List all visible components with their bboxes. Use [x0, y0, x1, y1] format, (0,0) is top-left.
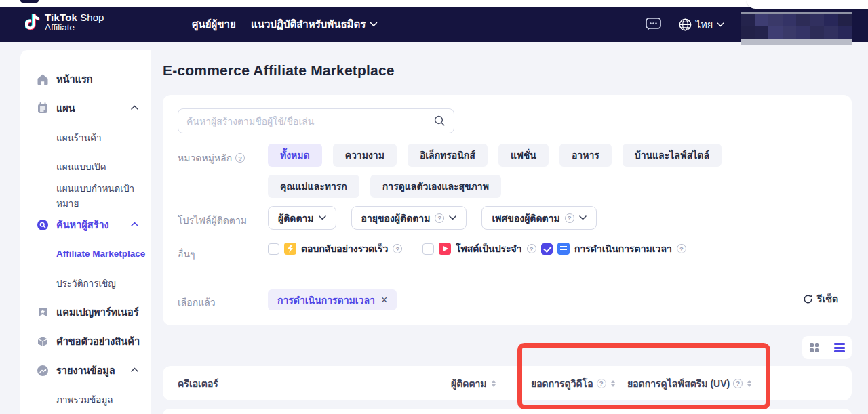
close-icon[interactable]: × [381, 295, 387, 306]
reset-icon [803, 294, 813, 304]
filter-quick-reply[interactable]: ตอบกลับอย่างรวดเร็ว ? [268, 241, 402, 256]
category-chip-all[interactable]: ทั้งหมด [268, 144, 322, 167]
list-view-button[interactable] [827, 336, 852, 359]
redacted-user-info-bar [741, 39, 852, 45]
category-chip-mom-baby[interactable]: คุณแม่และทารก [268, 175, 359, 198]
chevron-up-icon [131, 222, 138, 226]
column-creator: ครีเอเตอร์ [178, 366, 218, 400]
follower-profile-label: โปรไฟล์ผู้ติดตาม [178, 213, 247, 228]
chevron-down-icon [579, 215, 587, 220]
language-label: ไทย [696, 17, 713, 33]
top-notch-fragment [20, 0, 39, 3]
tiktok-shop-affiliate-logo[interactable]: TikTok Shop Affiliate [25, 12, 104, 33]
sort-icon[interactable] [611, 380, 615, 387]
home-icon [37, 73, 49, 85]
filter-regular-posts[interactable]: โพสต์เป็นประจำ ? [422, 241, 536, 256]
sidebar-item-home[interactable]: หน้าแรก [20, 64, 151, 94]
box-icon [37, 335, 49, 348]
category-chip-beauty[interactable]: ความงาม [333, 144, 397, 167]
creator-search-box[interactable] [178, 108, 454, 133]
browser-top-strip [0, 0, 868, 7]
help-icon[interactable]: ? [235, 153, 245, 163]
selected-filter-tag: การดำเนินการตามเวลา × [268, 289, 397, 310]
sidebar-item-data-overview[interactable]: ภาพรวมข้อมูล [20, 385, 151, 414]
creator-list-card-top [163, 409, 852, 414]
help-icon[interactable]: ? [597, 379, 606, 388]
category-chip-electronics[interactable]: อิเล็กทรอนิกส์ [408, 144, 488, 167]
sidebar-item-sample-request[interactable]: คำขอตัวอย่างสินค้า [20, 327, 151, 356]
filter-timely-action[interactable]: การดำเนินการตามเวลา ? [541, 241, 686, 256]
sidebar-item-data-report[interactable]: รายงานข้อมูล [20, 356, 151, 385]
creator-search-input[interactable] [186, 116, 420, 127]
search-icon[interactable] [434, 115, 446, 127]
overlay-tab [747, 0, 868, 9]
followers-dropdown[interactable]: ผู้ติดตาม [268, 206, 336, 230]
messages-icon[interactable] [646, 18, 661, 31]
sidebar-item-invitation-history[interactable]: ประวัติการเชิญ [20, 268, 151, 297]
badge-icon [37, 306, 49, 318]
follower-gender-dropdown[interactable]: เพศของผู้ติดตาม ? [481, 206, 596, 230]
category-chip-food[interactable]: อาหาร [559, 144, 612, 167]
sidebar-item-affiliate-marketplace[interactable]: Affiliate Marketplace [20, 239, 151, 268]
page-title: E-commerce Affiliate Marketplace [163, 62, 395, 79]
quick-reply-checkbox[interactable] [268, 243, 279, 255]
category-chip-list: ทั้งหมด ความงาม อิเล็กทรอนิกส์ แฟชั่น อา… [268, 144, 760, 198]
view-toggle [802, 336, 852, 359]
sidebar-item-find-creators[interactable]: ค้นหาผู้สร้าง [20, 210, 151, 239]
sidebar-item-open-plan[interactable]: แผนแบบเปิด [20, 152, 151, 181]
grid-view-button[interactable] [802, 336, 827, 359]
tiktok-note-icon [25, 12, 40, 33]
column-livestream-views[interactable]: ยอดการดูไลฟ์สตรีม (UV) ? [627, 366, 751, 400]
help-icon[interactable]: ? [393, 244, 402, 253]
help-icon[interactable]: ? [565, 213, 574, 223]
column-video-views[interactable]: ยอดการดูวิดีโอ ? [531, 366, 615, 400]
language-selector[interactable]: ไทย [679, 17, 724, 33]
filter-divider [178, 276, 837, 276]
follower-dropdowns: ผู้ติดตาม อายุของผู้ติดตาม ? เพศของผู้ติ… [268, 206, 597, 230]
chevron-down-icon [717, 22, 724, 27]
column-followers[interactable]: ผู้ติดตาม [451, 366, 496, 400]
reset-button[interactable]: รีเซ็ต [803, 291, 838, 306]
chevron-up-icon [131, 105, 138, 110]
logo-sub: Affiliate [45, 23, 104, 33]
plan-icon [37, 102, 49, 115]
lightning-icon [284, 243, 296, 255]
category-chip-fashion[interactable]: แฟชั่น [498, 144, 549, 167]
sort-icon[interactable] [747, 380, 751, 387]
top-navbar: TikTok Shop Affiliate ศูนย์ผู้ขาย แนวปฏิ… [0, 7, 868, 42]
follower-age-dropdown[interactable]: อายุของผู้ติดตาม ? [351, 206, 467, 230]
list-icon [834, 343, 845, 352]
sidebar: หน้าแรก แผน แผนร้านค้า แผนแบบเปิด แผนแบบ… [20, 50, 151, 414]
chevron-up-icon [131, 367, 138, 372]
nav-partner-guidelines[interactable]: แนวปฏิบัติสำหรับพันธมิตร [251, 7, 378, 42]
affiliate-marketplace-page: TikTok Shop Affiliate ศูนย์ผู้ขาย แนวปฏิ… [0, 0, 868, 414]
grid-icon [810, 343, 819, 352]
logo-brand: TikTok [45, 12, 77, 23]
sidebar-item-partner-campaign[interactable]: แคมเปญพาร์ทเนอร์ [20, 297, 151, 327]
regular-posts-checkbox[interactable] [422, 243, 434, 255]
document-icon [557, 243, 570, 255]
topbar-right: ไทย [646, 7, 724, 42]
category-filter-label: หมวดหมู่หลัก ? [178, 150, 245, 165]
filter-panel: หมวดหมู่หลัก ? ทั้งหมด ความงาม อิเล็กทรอ… [163, 95, 852, 325]
sidebar-item-plan[interactable]: แผน [20, 94, 151, 123]
category-chip-home-lifestyle[interactable]: บ้านและไลฟ์สไตล์ [623, 144, 722, 167]
category-chip-selfcare-health[interactable]: การดูแลตัวเองและสุขภาพ [370, 175, 501, 198]
others-label: อื่นๆ [178, 247, 195, 262]
sidebar-item-target-plan[interactable]: แผนแบบกำหนดเป้าหมาย [20, 181, 151, 210]
redacted-user-info [741, 12, 852, 39]
search-circle-icon [37, 219, 49, 231]
search-divider [427, 116, 427, 127]
sidebar-item-shop-plan[interactable]: แผนร้านค้า [20, 123, 151, 152]
globe-icon [679, 18, 692, 31]
help-icon[interactable]: ? [733, 379, 743, 388]
help-icon[interactable]: ? [677, 244, 686, 253]
selected-label: เลือกแล้ว [178, 295, 216, 310]
help-icon[interactable]: ? [435, 213, 444, 223]
timely-action-checkbox[interactable] [541, 243, 553, 255]
sort-icon[interactable] [492, 380, 496, 387]
help-icon[interactable]: ? [527, 244, 536, 253]
creator-table-header: ครีเอเตอร์ ผู้ติดตาม ยอดการดูวิดีโอ ? ยอ… [163, 366, 852, 400]
play-icon [439, 243, 451, 255]
nav-seller-center[interactable]: ศูนย์ผู้ขาย [192, 7, 236, 42]
